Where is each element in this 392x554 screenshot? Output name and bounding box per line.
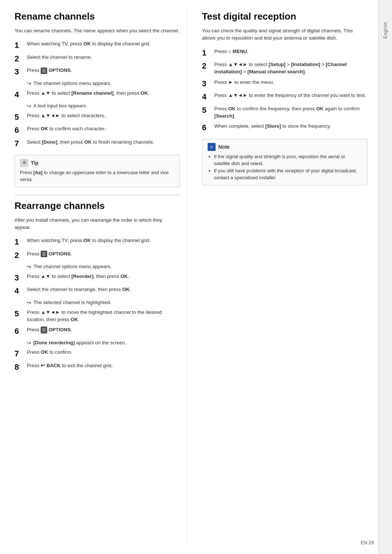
step-item: 5 Press OK to confirm the frequency, the… bbox=[202, 105, 368, 120]
step-text: Press ☰ OPTIONS. bbox=[27, 326, 180, 333]
step-number: 5 bbox=[202, 105, 212, 116]
arrow-text: [Done reordering] appears on the screen. bbox=[33, 340, 126, 346]
left-column: Rename channels You can rename channels.… bbox=[15, 11, 188, 543]
step-number: 4 bbox=[15, 286, 25, 296]
step-item: 8 Press ↩ BACK to exit the channel grid. bbox=[15, 362, 180, 373]
note-item: If you still have problems with the rece… bbox=[214, 167, 362, 181]
arrow-symbol: ↪ bbox=[27, 340, 31, 347]
options-icon: ☰ bbox=[41, 251, 47, 258]
note-title: Note bbox=[219, 144, 230, 150]
asterisk-icon: ✳ bbox=[22, 159, 26, 166]
step-number: 5 bbox=[15, 309, 25, 319]
step-number: 4 bbox=[202, 92, 212, 102]
arrow-note: ↪ A text input box appears. bbox=[27, 103, 180, 110]
step-text: Press ▲▼◄► to move the highlighted chann… bbox=[27, 309, 180, 324]
arrow-text: The channel options menu appears. bbox=[33, 80, 111, 87]
rename-channels-title: Rename channels bbox=[15, 11, 180, 22]
arrow-text: The channel options menu appears. bbox=[33, 263, 111, 270]
arrow-symbol: ↪ bbox=[27, 263, 31, 271]
rename-channels-intro: You can rename channels. The name appear… bbox=[15, 27, 180, 34]
step-number: 2 bbox=[202, 61, 212, 71]
step-text: Press ↩ BACK to exit the channel grid. bbox=[27, 362, 180, 369]
note-box: ≡ Note If the signal quality and strengt… bbox=[202, 139, 368, 185]
note-icon: ≡ bbox=[208, 143, 216, 151]
step-item: 6 When complete, select [Store] to store… bbox=[202, 123, 368, 133]
language-sidebar: English bbox=[378, 0, 392, 554]
step-item-with-arrow: 3 Press ☰ OPTIONS. ↪ The channel options… bbox=[15, 67, 180, 87]
step-item: 1 When watching TV, press OK to display … bbox=[15, 40, 180, 51]
main-content: Rename channels You can rename channels.… bbox=[0, 0, 378, 554]
sidebar-language-label: English bbox=[383, 22, 388, 38]
options-icon: ☰ bbox=[41, 327, 47, 333]
step-item: 2 Select the channel to rename. bbox=[15, 54, 180, 64]
note-list: If the signal quality and strength is po… bbox=[214, 153, 362, 181]
section-divider bbox=[15, 194, 180, 195]
test-digital-reception-title: Test digital reception bbox=[202, 11, 368, 22]
step-text: When watching TV, press OK to display th… bbox=[27, 237, 180, 244]
arrow-text: A text input box appears. bbox=[33, 103, 87, 110]
step-item-with-arrow: 6 Press ☰ OPTIONS. ↪ [Done reordering] a… bbox=[15, 326, 180, 346]
note-header: ≡ Note bbox=[208, 143, 362, 151]
step-number: 6 bbox=[15, 125, 25, 136]
arrow-note: ↪ The selected channel is highlighted. bbox=[27, 299, 180, 307]
page: Rename channels You can rename channels.… bbox=[0, 0, 392, 554]
step-text: Press ☰ OPTIONS. bbox=[27, 250, 180, 258]
page-footer: EN 29 bbox=[361, 540, 374, 545]
step-text: When complete, select [Store] to store t… bbox=[215, 123, 368, 130]
page-number: EN 29 bbox=[361, 540, 374, 545]
step-item: 7 Press OK to confirm. bbox=[15, 349, 180, 359]
tip-icon: ✳ bbox=[20, 159, 28, 167]
step-item: 1 Press ⌂ MENU. bbox=[202, 48, 368, 58]
tip-text: Press [Aa] to change an uppercase letter… bbox=[20, 169, 175, 183]
step-text: Press ► to enter the menu. bbox=[215, 79, 368, 86]
step-text: Select [Done], then press OK to finish r… bbox=[27, 139, 180, 146]
step-number: 6 bbox=[15, 326, 25, 337]
step-item-with-arrow: 2 Press ☰ OPTIONS. ↪ The channel options… bbox=[15, 250, 180, 271]
two-column-layout: Rename channels You can rename channels.… bbox=[15, 11, 367, 543]
rearrange-channels-intro: After you install channels, you can rear… bbox=[15, 217, 180, 231]
arrow-symbol: ↪ bbox=[27, 299, 31, 307]
rename-channels-steps: 1 When watching TV, press OK to display … bbox=[15, 40, 180, 149]
step-number: 8 bbox=[15, 362, 25, 373]
test-digital-reception-intro: You can check the quality and signal str… bbox=[202, 27, 368, 42]
step-item: 2 Press ▲▼◄► to select [Setup] > [Instal… bbox=[202, 61, 368, 76]
step-number: 5 bbox=[15, 112, 25, 123]
step-text: Press OK to confirm the frequency, then … bbox=[215, 105, 368, 120]
step-number: 1 bbox=[202, 48, 212, 58]
step-text: Press OK to confirm. bbox=[27, 349, 180, 356]
arrow-note: ↪ The channel options menu appears. bbox=[27, 80, 180, 87]
step-text: Press ▲▼◄► to enter the frequency of the… bbox=[215, 92, 368, 99]
step-item: 3 Press ► to enter the menu. bbox=[202, 79, 368, 89]
step-number: 1 bbox=[15, 237, 25, 247]
test-digital-reception-section: Test digital reception You can check the… bbox=[202, 11, 368, 185]
step-item: 5 Press ▲▼◄► to move the highlighted cha… bbox=[15, 309, 180, 324]
rearrange-channels-section: Rearrange channels After you install cha… bbox=[15, 194, 180, 373]
arrow-note: ↪ [Done reordering] appears on the scree… bbox=[27, 340, 180, 347]
note-symbol: ≡ bbox=[210, 144, 213, 149]
arrow-text: The selected channel is highlighted. bbox=[33, 299, 111, 306]
arrow-symbol: ↪ bbox=[27, 80, 31, 87]
arrow-note: ↪ The channel options menu appears. bbox=[27, 263, 180, 271]
step-text: Select the channel to rename. bbox=[27, 54, 180, 61]
step-number: 2 bbox=[15, 250, 25, 261]
step-number: 7 bbox=[15, 349, 25, 359]
step-text: Press ▲▼◄► to select [Setup] > [Installa… bbox=[215, 61, 368, 76]
step-text: Press ▲▼◄► to select characters. bbox=[27, 112, 180, 119]
tip-title: Tip bbox=[31, 160, 38, 166]
step-text: When watching TV, press OK to display th… bbox=[27, 40, 180, 48]
step-text: Press ▲▼ to select [Rename channel], the… bbox=[27, 90, 180, 97]
step-item: 7 Select [Done], then press OK to finish… bbox=[15, 139, 180, 149]
step-text: Press ⌂ MENU. bbox=[215, 48, 368, 55]
step-number: 6 bbox=[202, 123, 212, 133]
options-icon: ☰ bbox=[41, 67, 47, 74]
step-item: 3 Press ▲▼ to select [Reorder], then pre… bbox=[15, 273, 180, 283]
note-item: If the signal quality and strength is po… bbox=[214, 153, 362, 167]
step-text: Press OK to confirm each character. bbox=[27, 125, 180, 132]
step-number: 3 bbox=[202, 79, 212, 89]
step-item: 4 Press ▲▼◄► to enter the frequency of t… bbox=[202, 92, 368, 102]
step-number: 1 bbox=[15, 40, 25, 51]
rearrange-channels-steps: 1 When watching TV, press OK to display … bbox=[15, 237, 180, 372]
step-text: Press ☰ OPTIONS. bbox=[27, 67, 180, 74]
step-number: 4 bbox=[15, 90, 25, 100]
step-number: 3 bbox=[15, 67, 25, 77]
